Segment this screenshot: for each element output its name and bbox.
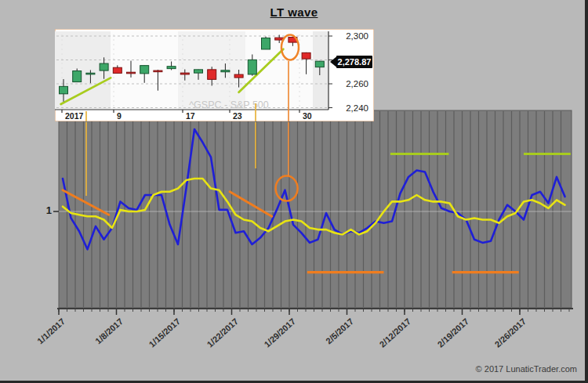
inset-y-tick-label: 2,300 (346, 31, 368, 41)
inset-candle (154, 70, 162, 72)
inset-candle (86, 73, 95, 74)
inset-x-tick-label: 17 (186, 111, 195, 121)
sp500-inset-chart-canvas: 2,3002,2602,24020179172330^GSPC - S&P 50… (55, 29, 374, 121)
lt-wave-page: LT wave 2,3002,2602,24020179172330^GSPC … (0, 0, 588, 383)
inset-candle (60, 86, 68, 93)
inset-y-tick-label: 2,260 (346, 79, 368, 89)
inset-candle (248, 60, 256, 74)
inset-candle (100, 63, 108, 70)
inset-candle (127, 72, 136, 74)
inset-x-tick-label: 9 (117, 111, 122, 121)
inset-candle (180, 73, 189, 74)
window-right-edge (585, 0, 588, 383)
inset-candle (113, 67, 122, 73)
inset-candle (315, 61, 324, 67)
inset-y-tick-label: 2,240 (346, 103, 368, 113)
inset-candle (208, 70, 216, 80)
inset-candle (73, 71, 82, 82)
inset-candle (302, 52, 310, 59)
inset-candle (167, 67, 176, 69)
price-tag-value: 2,278.87 (338, 57, 372, 67)
inset-candle (194, 70, 203, 73)
inset-x-tick-label: 30 (303, 111, 312, 121)
inset-x-tick-label: 23 (233, 111, 242, 121)
copyright-text: © 2017 LunaticTrader.com (476, 364, 577, 374)
inset-x-tick-label: 2017 (65, 111, 84, 121)
inset-candle (234, 74, 243, 78)
main-y-axis-tick-label: 1 (34, 204, 52, 216)
inset-watermark: ^GSPC - S&P 500 (189, 99, 269, 110)
inset-candle (262, 38, 270, 49)
inset-candle (221, 70, 230, 72)
inset-candle (140, 66, 149, 74)
